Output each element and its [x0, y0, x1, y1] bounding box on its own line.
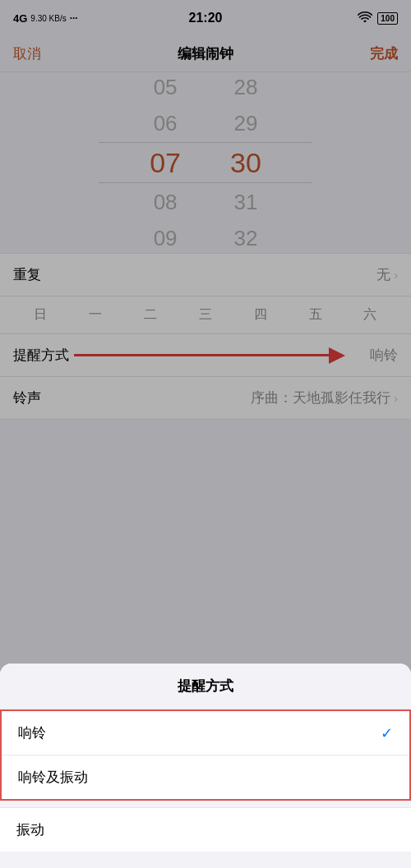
- modal-sheet: 提醒方式 响铃 ✓ 响铃及振动 振动: [0, 664, 411, 868]
- modal-overlay[interactable]: 提醒方式 响铃 ✓ 响铃及振动 振动: [0, 0, 411, 868]
- modal-title-bar: 提醒方式: [0, 664, 411, 710]
- modal-option-vibrate[interactable]: 振动: [0, 807, 411, 852]
- modal-options: 响铃 ✓ 响铃及振动: [0, 710, 411, 801]
- modal-option-vibrate-label: 振动: [16, 820, 44, 839]
- modal-option-ring-label: 响铃: [18, 723, 46, 742]
- modal-option-ring-vibrate[interactable]: 响铃及振动: [2, 755, 409, 799]
- modal-title: 提醒方式: [178, 678, 233, 694]
- modal-option-ring[interactable]: 响铃 ✓: [2, 711, 409, 755]
- modal-option-ring-vibrate-label: 响铃及振动: [18, 768, 88, 787]
- checkmark-icon: ✓: [381, 724, 393, 742]
